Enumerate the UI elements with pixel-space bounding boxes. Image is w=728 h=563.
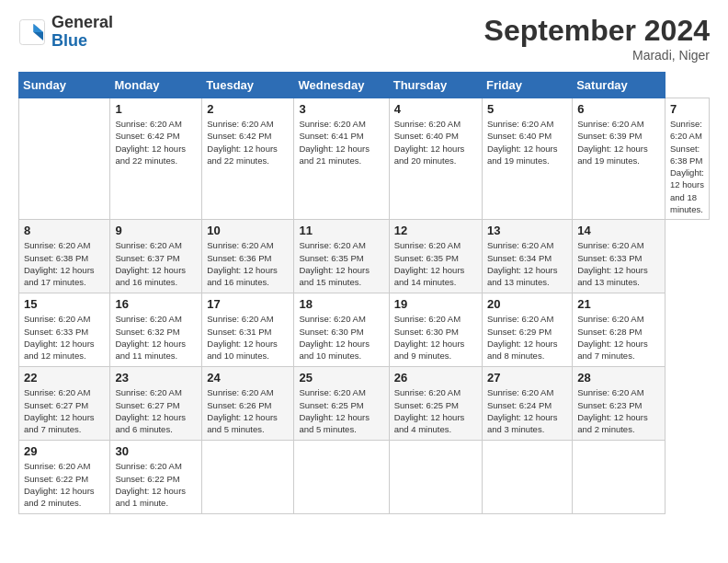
- day-info: Sunrise: 6:20 AMSunset: 6:22 PMDaylight:…: [115, 461, 186, 508]
- empty-cell: [482, 441, 572, 514]
- day-number: 28: [577, 371, 660, 385]
- day-info: Sunrise: 6:20 AMSunset: 6:33 PMDaylight:…: [24, 314, 95, 361]
- day-number: 24: [207, 371, 289, 385]
- day-info: Sunrise: 6:20 AMSunset: 6:38 PMDaylight:…: [670, 119, 704, 214]
- day-info: Sunrise: 6:20 AMSunset: 6:22 PMDaylight:…: [24, 461, 95, 508]
- day-cell-6: 6 Sunrise: 6:20 AMSunset: 6:39 PMDayligh…: [573, 98, 665, 220]
- day-cell-19: 19 Sunrise: 6:20 AMSunset: 6:30 PMDaylig…: [389, 293, 482, 367]
- day-number: 17: [207, 297, 289, 311]
- day-cell-11: 11 Sunrise: 6:20 AMSunset: 6:35 PMDaylig…: [294, 220, 389, 293]
- day-number: 18: [299, 297, 383, 311]
- day-cell-2: 2 Sunrise: 6:20 AMSunset: 6:42 PMDayligh…: [202, 98, 294, 220]
- day-info: Sunrise: 6:20 AMSunset: 6:38 PMDaylight:…: [24, 240, 95, 287]
- day-number: 26: [394, 371, 477, 385]
- day-info: Sunrise: 6:20 AMSunset: 6:32 PMDaylight:…: [115, 314, 186, 361]
- day-info: Sunrise: 6:20 AMSunset: 6:30 PMDaylight:…: [394, 314, 465, 361]
- day-cell-12: 12 Sunrise: 6:20 AMSunset: 6:35 PMDaylig…: [389, 220, 482, 293]
- day-info: Sunrise: 6:20 AMSunset: 6:35 PMDaylight:…: [394, 240, 465, 287]
- day-number: 16: [115, 297, 197, 311]
- day-cell-5: 5 Sunrise: 6:20 AMSunset: 6:40 PMDayligh…: [482, 98, 572, 220]
- day-cell-10: 10 Sunrise: 6:20 AMSunset: 6:36 PMDaylig…: [202, 220, 294, 293]
- day-cell-13: 13 Sunrise: 6:20 AMSunset: 6:34 PMDaylig…: [482, 220, 572, 293]
- title-section: September 2024 Maradi, Niger: [484, 14, 710, 63]
- day-cell-22: 22 Sunrise: 6:20 AMSunset: 6:27 PMDaylig…: [19, 367, 110, 441]
- day-info: Sunrise: 6:20 AMSunset: 6:40 PMDaylight:…: [487, 119, 558, 166]
- day-number: 20: [487, 297, 567, 311]
- day-cell-26: 26 Sunrise: 6:20 AMSunset: 6:25 PMDaylig…: [389, 367, 482, 441]
- empty-cell: [294, 441, 389, 514]
- day-number: 6: [577, 102, 660, 116]
- location: Maradi, Niger: [484, 48, 710, 63]
- day-info: Sunrise: 6:20 AMSunset: 6:27 PMDaylight:…: [115, 387, 186, 434]
- day-info: Sunrise: 6:20 AMSunset: 6:42 PMDaylight:…: [115, 119, 186, 166]
- logo-text: General Blue: [51, 14, 113, 51]
- day-number: 22: [24, 371, 105, 385]
- day-cell-3: 3 Sunrise: 6:20 AMSunset: 6:41 PMDayligh…: [294, 98, 389, 220]
- day-number: 27: [487, 371, 567, 385]
- day-info: Sunrise: 6:20 AMSunset: 6:29 PMDaylight:…: [487, 314, 558, 361]
- day-header-tuesday: Tuesday: [202, 73, 294, 98]
- day-header-saturday: Saturday: [573, 73, 665, 98]
- day-cell-9: 9 Sunrise: 6:20 AMSunset: 6:37 PMDayligh…: [110, 220, 202, 293]
- day-number: 19: [394, 297, 477, 311]
- day-info: Sunrise: 6:20 AMSunset: 6:35 PMDaylight:…: [299, 240, 370, 287]
- day-number: 8: [24, 224, 105, 237]
- day-cell-25: 25 Sunrise: 6:20 AMSunset: 6:25 PMDaylig…: [294, 367, 389, 441]
- day-info: Sunrise: 6:20 AMSunset: 6:25 PMDaylight:…: [394, 387, 465, 434]
- day-cell-27: 27 Sunrise: 6:20 AMSunset: 6:24 PMDaylig…: [482, 367, 572, 441]
- logo: General Blue: [18, 14, 113, 51]
- day-cell-7: 7 Sunrise: 6:20 AMSunset: 6:38 PMDayligh…: [665, 98, 709, 220]
- day-header-sunday: Sunday: [19, 73, 110, 98]
- day-info: Sunrise: 6:20 AMSunset: 6:31 PMDaylight:…: [207, 314, 278, 361]
- day-header-thursday: Thursday: [389, 73, 482, 98]
- day-info: Sunrise: 6:20 AMSunset: 6:37 PMDaylight:…: [115, 240, 186, 287]
- calendar-table: SundayMondayTuesdayWednesdayThursdayFrid…: [18, 72, 710, 514]
- day-info: Sunrise: 6:20 AMSunset: 6:27 PMDaylight:…: [24, 387, 95, 434]
- day-info: Sunrise: 6:20 AMSunset: 6:34 PMDaylight:…: [487, 240, 558, 287]
- day-number: 21: [577, 297, 660, 311]
- day-number: 10: [207, 224, 289, 237]
- day-info: Sunrise: 6:20 AMSunset: 6:40 PMDaylight:…: [394, 119, 465, 166]
- day-info: Sunrise: 6:20 AMSunset: 6:26 PMDaylight:…: [207, 387, 278, 434]
- day-number: 13: [487, 224, 567, 237]
- logo-blue: Blue: [51, 32, 113, 51]
- day-info: Sunrise: 6:20 AMSunset: 6:24 PMDaylight:…: [487, 387, 558, 434]
- day-header-monday: Monday: [110, 73, 202, 98]
- week-row-3: 22 Sunrise: 6:20 AMSunset: 6:27 PMDaylig…: [19, 367, 710, 441]
- day-info: Sunrise: 6:20 AMSunset: 6:39 PMDaylight:…: [577, 119, 648, 166]
- day-header-friday: Friday: [482, 73, 572, 98]
- day-number: 30: [115, 444, 197, 458]
- day-number: 4: [394, 102, 477, 116]
- day-header-wednesday: Wednesday: [294, 73, 389, 98]
- day-cell-30: 30 Sunrise: 6:20 AMSunset: 6:22 PMDaylig…: [110, 441, 202, 514]
- day-info: Sunrise: 6:20 AMSunset: 6:28 PMDaylight:…: [577, 314, 648, 361]
- day-number: 14: [577, 224, 660, 237]
- logo-general: General: [51, 14, 113, 32]
- empty-cell: [19, 98, 110, 220]
- day-cell-29: 29 Sunrise: 6:20 AMSunset: 6:22 PMDaylig…: [19, 441, 110, 514]
- week-row-2: 15 Sunrise: 6:20 AMSunset: 6:33 PMDaylig…: [19, 293, 710, 367]
- week-row-4: 29 Sunrise: 6:20 AMSunset: 6:22 PMDaylig…: [19, 441, 710, 514]
- day-info: Sunrise: 6:20 AMSunset: 6:42 PMDaylight:…: [207, 119, 278, 166]
- day-cell-18: 18 Sunrise: 6:20 AMSunset: 6:30 PMDaylig…: [294, 293, 389, 367]
- day-cell-24: 24 Sunrise: 6:20 AMSunset: 6:26 PMDaylig…: [202, 367, 294, 441]
- day-cell-1: 1 Sunrise: 6:20 AMSunset: 6:42 PMDayligh…: [110, 98, 202, 220]
- day-cell-14: 14 Sunrise: 6:20 AMSunset: 6:33 PMDaylig…: [573, 220, 665, 293]
- page: General Blue September 2024 Maradi, Nige…: [0, 0, 728, 528]
- header-row: SundayMondayTuesdayWednesdayThursdayFrid…: [19, 73, 710, 98]
- day-number: 15: [24, 297, 105, 311]
- day-info: Sunrise: 6:20 AMSunset: 6:23 PMDaylight:…: [577, 387, 648, 434]
- day-cell-23: 23 Sunrise: 6:20 AMSunset: 6:27 PMDaylig…: [110, 367, 202, 441]
- week-row-0: 1 Sunrise: 6:20 AMSunset: 6:42 PMDayligh…: [19, 98, 710, 220]
- day-number: 29: [24, 444, 105, 458]
- day-number: 7: [670, 102, 704, 116]
- day-number: 9: [115, 224, 197, 237]
- day-number: 2: [207, 102, 289, 116]
- day-info: Sunrise: 6:20 AMSunset: 6:30 PMDaylight:…: [299, 314, 370, 361]
- day-number: 11: [299, 224, 383, 237]
- logo-icon: [18, 18, 46, 46]
- day-info: Sunrise: 6:20 AMSunset: 6:25 PMDaylight:…: [299, 387, 370, 434]
- empty-cell: [202, 441, 294, 514]
- day-number: 3: [299, 102, 383, 116]
- week-row-1: 8 Sunrise: 6:20 AMSunset: 6:38 PMDayligh…: [19, 220, 710, 293]
